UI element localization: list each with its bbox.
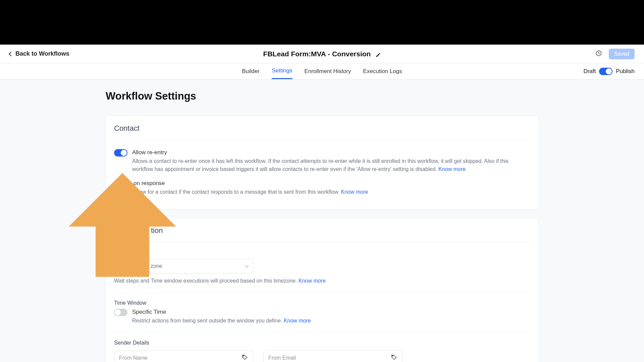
topbar-right: Saved [595, 49, 635, 59]
allow-reentry-know-more[interactable]: Know more [438, 166, 466, 172]
svg-point-2 [392, 356, 393, 357]
top-black-band [0, 0, 644, 45]
divider [114, 332, 530, 333]
allow-reentry-toggle[interactable] [114, 149, 127, 157]
workflow-title: FBLead Form:MVA - Conversion [263, 50, 371, 58]
specific-time-desc: Restrict actions from being sent outside… [132, 317, 530, 325]
saved-button[interactable]: Saved [609, 49, 635, 59]
timezone-select[interactable]: zone [114, 259, 253, 274]
content-inner: Workflow Settings Contact Allow re-entry… [106, 90, 538, 362]
history-icon[interactable] [595, 50, 602, 58]
draft-label: Draft [583, 68, 596, 75]
from-name-input[interactable] [119, 355, 241, 361]
topbar: Back to Workflows FBLead Form:MVA - Conv… [0, 45, 644, 63]
from-email-input-wrap [263, 351, 402, 362]
time-window-label: Time Window [114, 300, 530, 306]
specific-time-row: Specific Time Restrict actions from bein… [114, 309, 530, 325]
workflow-title-wrap: FBLead Form:MVA - Conversion [263, 50, 381, 58]
publish-toggle[interactable] [599, 68, 612, 75]
allow-reentry-desc: Allows a contact to re-enter once it has… [132, 157, 530, 173]
from-name-input-wrap [114, 351, 253, 362]
timezone-know-more[interactable]: Know more [299, 278, 326, 284]
content: Workflow Settings Contact Allow re-entry… [0, 79, 644, 362]
stop-on-response-desc: rkflow for a contact if the contact resp… [132, 188, 530, 196]
stop-on-response-row: on response rkflow for a contact if the … [114, 177, 530, 199]
tabs: Builder Settings Enrollment History Exec… [242, 63, 402, 79]
edit-title-icon[interactable] [375, 51, 381, 57]
sender-details-label: Sender Details [114, 340, 530, 346]
divider [114, 292, 530, 293]
chevron-left-icon [9, 51, 13, 56]
allow-reentry-row: Allow re-entry Allows a contact to re-en… [114, 146, 530, 177]
stop-on-response-know-more[interactable]: Know more [341, 189, 368, 195]
svg-point-1 [243, 356, 244, 357]
tab-execution-logs[interactable]: Execution Logs [363, 63, 402, 79]
tag-icon[interactable] [241, 354, 248, 362]
communication-card: tion zone Wait steps and Time window exe… [106, 218, 538, 362]
page-title: Workflow Settings [106, 90, 538, 102]
communication-card-title: tion [114, 226, 530, 242]
tabbar: Builder Settings Enrollment History Exec… [0, 63, 644, 79]
contact-card: Contact Allow re-entry Allows a contact … [106, 116, 538, 209]
stop-on-response-label: on response [132, 180, 530, 187]
back-to-workflows-link[interactable]: Back to Workflows [9, 50, 69, 57]
specific-time-know-more[interactable]: Know more [284, 318, 311, 323]
specific-time-label: Specific Time [132, 309, 530, 315]
publish-label: Publish [616, 68, 635, 75]
allow-reentry-label: Allow re-entry [132, 149, 530, 156]
timezone-desc: Wait steps and Time window executions wi… [114, 277, 530, 285]
back-label: Back to Workflows [15, 50, 69, 57]
publish-controls: Draft Publish [583, 68, 635, 75]
tab-enrollment-history[interactable]: Enrollment History [305, 63, 351, 79]
tag-icon[interactable] [391, 354, 397, 362]
tab-settings[interactable]: Settings [272, 63, 292, 79]
timezone-selected: zone [119, 263, 162, 269]
contact-card-title: Contact [114, 124, 530, 140]
sender-inputs-row [114, 351, 530, 362]
from-email-input[interactable] [268, 355, 391, 361]
specific-time-toggle[interactable] [114, 309, 127, 316]
tab-builder[interactable]: Builder [242, 63, 260, 79]
chevron-down-icon [245, 263, 249, 267]
